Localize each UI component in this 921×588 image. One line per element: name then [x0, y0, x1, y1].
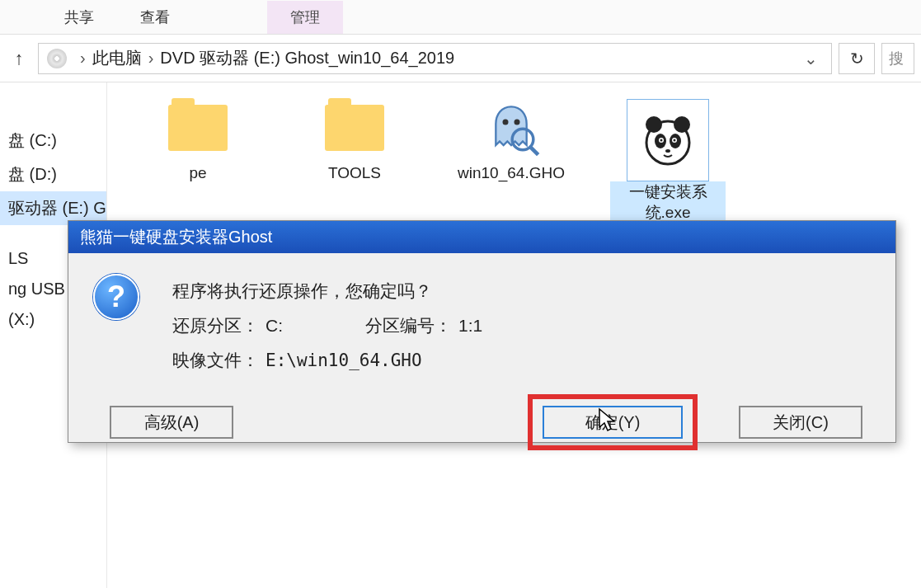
breadcrumb-sep: ›	[148, 49, 154, 68]
folder-pe[interactable]: pe	[140, 99, 256, 184]
partition-value: C:	[265, 308, 283, 343]
tab-manage[interactable]: 管理	[267, 1, 343, 34]
file-label: pe	[189, 163, 206, 184]
confirm-dialog: 熊猫一键硬盘安装器Ghost ? 程序将执行还原操作，您确定吗？ 还原分区： C…	[68, 220, 896, 443]
dialog-text: 程序将执行还原操作，您确定吗？ 还原分区： C: 分区编号： 1:1 映像文件：…	[172, 274, 482, 378]
tab-share[interactable]: 共享	[41, 1, 117, 34]
partnum-value: 1:1	[458, 308, 482, 343]
panda-icon	[627, 99, 709, 181]
folder-icon	[168, 105, 228, 151]
svg-point-12	[674, 139, 676, 142]
file-gho[interactable]: win10_64.GHO	[453, 99, 569, 184]
breadcrumb-path[interactable]: DVD 驱动器 (E:) Ghost_win10_64_2019	[160, 47, 454, 69]
image-value: E:\win10_64.GHO	[265, 343, 422, 378]
address-bar: ↑ › 此电脑 › DVD 驱动器 (E:) Ghost_win10_64_20…	[0, 35, 921, 82]
confirm-button[interactable]: 确定(Y)	[543, 406, 683, 439]
ribbon-tabs: 共享 查看 管理	[0, 0, 921, 35]
breadcrumb-dropdown[interactable]: ⌄	[799, 49, 823, 68]
svg-point-13	[665, 149, 670, 153]
dialog-message: 程序将执行还原操作，您确定吗？	[172, 274, 482, 308]
svg-point-6	[674, 116, 690, 133]
advanced-button[interactable]: 高级(A)	[110, 406, 233, 439]
folder-icon	[325, 105, 384, 151]
svg-point-5	[646, 116, 662, 133]
search-input[interactable]: 搜	[881, 43, 914, 74]
image-label: 映像文件：	[172, 343, 259, 378]
breadcrumb[interactable]: › 此电脑 › DVD 驱动器 (E:) Ghost_win10_64_2019…	[38, 43, 832, 74]
file-label: 一键安装系统.exe	[610, 181, 726, 223]
partnum-label: 分区编号：	[365, 308, 452, 343]
nav-item-drive-c[interactable]: 盘 (C:)	[0, 124, 106, 158]
close-button[interactable]: 关闭(C)	[739, 406, 862, 439]
file-installer-exe[interactable]: 一键安装系统.exe	[610, 99, 726, 223]
nav-up-arrow[interactable]: ↑	[7, 46, 31, 71]
breadcrumb-sep: ›	[80, 49, 86, 68]
dialog-title: 熊猫一键硬盘安装器Ghost	[68, 221, 895, 253]
file-label: win10_64.GHO	[458, 163, 565, 184]
highlight-annotation: 确定(Y)	[528, 394, 698, 450]
tab-view[interactable]: 查看	[117, 1, 193, 34]
question-icon: ?	[93, 274, 139, 320]
file-label: TOOLS	[328, 163, 381, 184]
refresh-button[interactable]: ↻	[839, 43, 875, 74]
svg-line-3	[530, 147, 538, 154]
breadcrumb-root[interactable]: 此电脑	[92, 47, 142, 69]
folder-tools[interactable]: TOOLS	[297, 99, 412, 184]
ghost-icon	[478, 99, 544, 157]
svg-point-11	[660, 139, 663, 142]
svg-point-1	[515, 120, 520, 125]
disc-icon	[47, 49, 67, 68]
partition-label: 还原分区：	[172, 308, 259, 343]
nav-item-drive-d[interactable]: 盘 (D:)	[0, 158, 106, 191]
svg-point-0	[503, 120, 509, 125]
